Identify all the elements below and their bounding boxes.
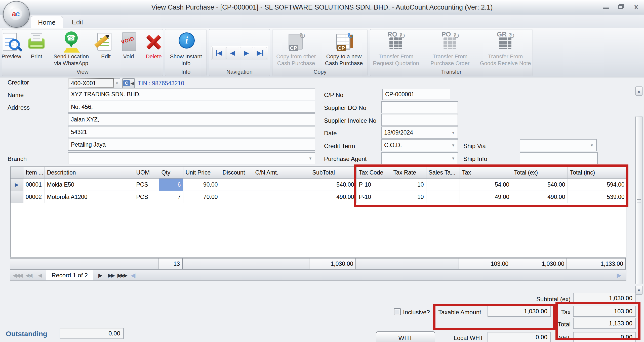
col-sales-tax[interactable]: Sales Ta... (426, 167, 460, 178)
preview-button[interactable]: Preview (0, 31, 24, 60)
next-record-button[interactable]: ▶ (240, 47, 253, 59)
prev-page-button[interactable]: ◀◀ (23, 271, 34, 280)
minimize-button[interactable] (602, 3, 610, 11)
cell[interactable]: P-10 (356, 191, 391, 203)
cell[interactable]: 10 (391, 191, 426, 203)
print-button[interactable]: Print (26, 31, 47, 60)
cell[interactable]: 490.00 (310, 191, 356, 203)
address-line1-field[interactable]: No. 456, (68, 101, 315, 113)
delete-button[interactable]: Delete (141, 31, 166, 60)
cell[interactable]: Motorola A1200 (45, 191, 134, 203)
inclusive-checkbox[interactable] (394, 308, 401, 315)
address-line3-field[interactable]: 54321 (68, 126, 315, 138)
transfer-from-purchase-order-button[interactable]: PO Transfer From Purchase Order (424, 31, 476, 67)
cell[interactable]: PCS (134, 191, 159, 203)
tin-link[interactable]: TIN : 9876543210 (138, 80, 184, 87)
cell[interactable]: 540.00 (512, 178, 568, 191)
supplier-invoice-no-field[interactable] (381, 114, 458, 126)
scroll-down-button[interactable]: ▼ (635, 286, 642, 295)
col-discount[interactable]: Discount (220, 167, 253, 178)
cell[interactable]: 49.00 (460, 191, 512, 203)
cp-no-field[interactable]: CP-000001 (382, 89, 450, 100)
prev-row-button[interactable]: ◀ (34, 271, 45, 280)
row-indicator[interactable] (11, 178, 23, 191)
creditor-dropdown-button[interactable]: ▼ (114, 78, 120, 88)
cell[interactable]: 90.00 (183, 178, 220, 191)
transfer-from-goods-receive-note-button[interactable]: GR Transfer From Goods Receive Note (478, 31, 533, 67)
scroll-right-arrow[interactable]: ▶ (614, 271, 625, 280)
cell[interactable] (426, 178, 460, 191)
col-item-code[interactable]: Item ... (23, 167, 45, 178)
name-field[interactable]: XYZ TRADING SDN. BHD. (68, 89, 315, 100)
cell[interactable]: 594.00 (568, 178, 627, 191)
tab-edit[interactable]: Edit (66, 16, 89, 28)
previous-record-button[interactable]: ◀ (226, 47, 239, 59)
cell[interactable]: 539.00 (568, 191, 627, 203)
cell[interactable]: 540.00 (310, 178, 356, 191)
cell[interactable] (253, 178, 310, 191)
credit-term-dropdown-icon[interactable]: ▼ (451, 143, 455, 147)
next-row-button[interactable]: ▶ (94, 271, 105, 280)
col-tax[interactable]: Tax (460, 167, 512, 178)
date-dropdown-icon[interactable]: ▼ (451, 131, 455, 135)
col-total-inc[interactable]: Total (inc) (568, 167, 627, 178)
purchase-agent-dropdown-icon[interactable]: ▼ (451, 156, 455, 160)
col-uom[interactable]: UOM (134, 167, 159, 178)
address-line4-field[interactable]: Petaling Jaya (68, 139, 315, 151)
cell[interactable]: 00001 (23, 178, 45, 191)
transfer-from-request-quotation-button[interactable]: RQ Transfer From Request Quotation (370, 31, 422, 67)
last-record-button[interactable]: ▶ (254, 47, 267, 59)
creditor-field[interactable]: 400-X001 (68, 78, 114, 88)
cell[interactable] (220, 191, 253, 203)
purchase-agent-field[interactable]: ▼ (381, 152, 458, 164)
col-qty[interactable]: Qty (159, 167, 183, 178)
row-indicator[interactable] (11, 191, 23, 203)
cell[interactable] (426, 191, 460, 203)
cell[interactable] (220, 178, 253, 191)
col-tax-code[interactable]: Tax Code (356, 167, 391, 178)
first-row-button[interactable]: ◀◀◀ (12, 271, 23, 280)
last-row-button[interactable]: ▶▶▶ (116, 271, 128, 280)
address-line2-field[interactable]: Jalan XYZ, (68, 113, 315, 125)
next-page-button[interactable]: ▶▶ (105, 271, 116, 280)
send-location-whatsapp-button[interactable]: Send Location via WhatsApp (49, 31, 93, 67)
cell[interactable]: 10 (391, 178, 426, 191)
col-total-ex[interactable]: Total (ex) (512, 167, 568, 178)
cell[interactable]: PCS (134, 178, 159, 191)
ship-via-field[interactable]: ▼ (520, 139, 597, 151)
col-description[interactable]: Description (45, 167, 134, 178)
ship-via-dropdown-icon[interactable]: ▼ (590, 143, 594, 147)
copy-to-new-cash-purchase-button[interactable]: CP Copy to a new Cash Purchase (321, 31, 367, 67)
scrollbar-thumb[interactable] (635, 116, 642, 284)
first-record-button[interactable]: ◀ (212, 47, 225, 59)
creditor-lookup-button[interactable]: C◀ (122, 78, 135, 88)
col-subtotal[interactable]: SubTotal (310, 167, 356, 178)
branch-field[interactable]: ▼ (68, 152, 315, 164)
cell[interactable]: 54.00 (460, 178, 512, 191)
wht-button[interactable]: WHT (376, 331, 435, 342)
date-field[interactable]: 13/09/2024▼ (381, 126, 458, 139)
scroll-up-button[interactable]: ▲ (635, 87, 642, 96)
cell[interactable]: Mokia E50 (45, 178, 134, 191)
col-cn-amt[interactable]: C/N Amt. (253, 167, 310, 178)
show-instant-info-button[interactable]: i Show Instant Info (167, 31, 205, 67)
cell[interactable]: 70.00 (183, 191, 220, 203)
restore-button[interactable] (617, 3, 625, 11)
cell-selected-qty[interactable]: 6 (159, 178, 183, 191)
ship-info-field[interactable] (520, 152, 598, 164)
col-tax-rate[interactable]: Tax Rate (391, 167, 426, 178)
cell[interactable]: 490.00 (512, 191, 568, 203)
cell[interactable] (253, 191, 310, 203)
close-button[interactable]: x (632, 3, 640, 11)
void-button[interactable]: VOID Void (118, 31, 139, 60)
app-menu-button[interactable]: ac (3, 1, 30, 28)
supplier-do-no-field[interactable] (381, 101, 458, 113)
edit-button[interactable]: Edit (96, 31, 116, 60)
copy-from-other-cash-purchase-button[interactable]: CP Copy from other Cash Purchase (273, 31, 319, 67)
cell[interactable]: 00002 (23, 191, 45, 203)
tab-home[interactable]: Home (31, 16, 63, 28)
cell[interactable]: 7 (159, 191, 183, 203)
branch-dropdown-icon[interactable]: ▼ (308, 156, 312, 160)
credit-term-field[interactable]: C.O.D.▼ (381, 139, 458, 151)
col-unit-price[interactable]: Unit Price (183, 167, 220, 178)
